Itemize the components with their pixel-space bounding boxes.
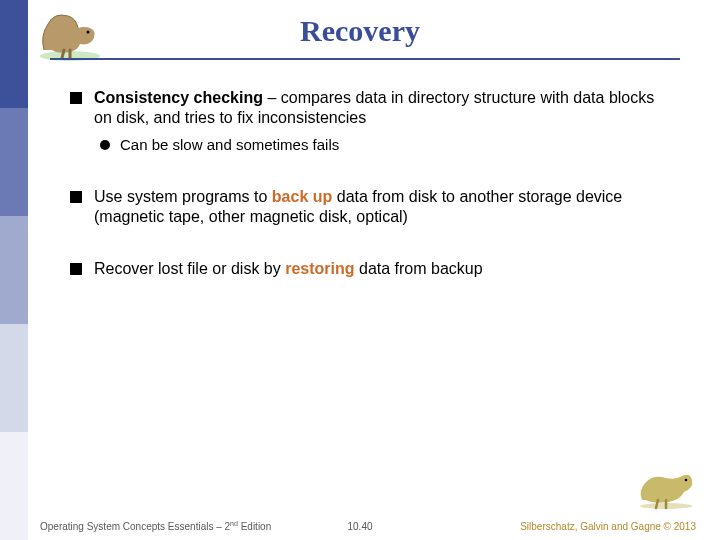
bullet-text: Recover lost file or disk by restoring d… [94, 259, 670, 279]
bullet-item: Consistency checking – compares data in … [70, 88, 670, 128]
slide: Recovery Consistency checking – compares… [0, 0, 720, 540]
dinosaur-footer-icon [636, 466, 696, 510]
bullet-item: Recover lost file or disk by restoring d… [70, 259, 670, 279]
spacer [70, 159, 670, 187]
text-run: Use system programs to [94, 188, 272, 205]
footer-copyright: Silberschatz, Galvin and Gagne © 2013 [520, 521, 696, 532]
spacer [70, 231, 670, 259]
slide-title: Recovery [0, 14, 720, 48]
circle-bullet-icon [100, 140, 110, 150]
accent-term: back up [272, 188, 332, 205]
square-bullet-icon [70, 92, 82, 104]
title-underline [50, 58, 680, 60]
bullet-text: Use system programs to back up data from… [94, 187, 670, 227]
bullet-item: Use system programs to back up data from… [70, 187, 670, 227]
square-bullet-icon [70, 263, 82, 275]
text-run: data from backup [355, 260, 483, 277]
sidebar-accent [0, 0, 28, 540]
slide-content: Consistency checking – compares data in … [70, 88, 670, 283]
sub-bullet-text: Can be slow and sometimes fails [120, 136, 670, 155]
sidebar-seg [0, 324, 28, 432]
sidebar-seg [0, 216, 28, 324]
sidebar-seg [0, 108, 28, 216]
bullet-text: Consistency checking – compares data in … [94, 88, 670, 128]
square-bullet-icon [70, 191, 82, 203]
text-run: Recover lost file or disk by [94, 260, 285, 277]
sub-bullet-item: Can be slow and sometimes fails [100, 136, 670, 155]
svg-point-3 [685, 479, 688, 482]
accent-term: restoring [285, 260, 354, 277]
bold-term: Consistency checking [94, 89, 263, 106]
